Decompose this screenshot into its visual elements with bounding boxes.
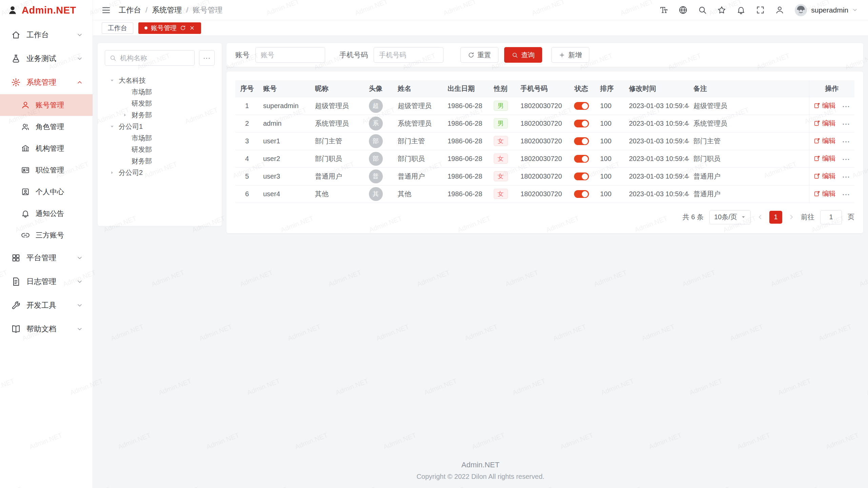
user-menu[interactable]: superadmin [794,4,858,17]
tree-node[interactable]: 大名科技 [105,75,215,86]
language-icon[interactable] [678,5,688,15]
cell-remark: 超级管理员 [689,97,809,115]
sidebar-item-thirdparty[interactable]: 三方账号 [0,224,93,246]
tab-active[interactable]: 账号管理 [138,22,201,34]
cell-actions: 编辑··· [809,167,854,185]
tree-node[interactable]: 财务部 [105,155,215,167]
sidebar-item-business-test[interactable]: 业务测试 [0,47,93,70]
row-more-button[interactable]: ··· [843,138,850,145]
status-toggle[interactable] [574,102,589,110]
account-input[interactable] [260,51,320,59]
sidebar-item-devtools[interactable]: 开发工具 [0,293,93,317]
row-more-button[interactable]: ··· [843,191,850,198]
account-field[interactable] [255,47,325,63]
add-button[interactable]: 新增 [551,47,589,63]
tree-node[interactable]: 市场部 [105,86,215,98]
tree-more-button[interactable]: ··· [199,50,215,66]
tab-item[interactable]: 工作台 [102,22,133,34]
font-size-icon[interactable] [659,5,668,15]
status-toggle[interactable] [574,190,589,198]
org-search-input[interactable] [119,54,190,62]
caret-right-icon[interactable] [122,113,132,118]
profile-icon[interactable] [775,5,784,15]
cell-avatar: 其 [358,185,393,203]
sidebar-item-log[interactable]: 日志管理 [0,270,93,293]
status-toggle[interactable] [574,137,589,145]
logo[interactable]: Admin.NET [0,0,93,20]
cell-actions: 编辑··· [809,150,854,167]
cell-status [567,115,596,132]
link-icon [21,231,30,240]
edit-button[interactable]: 编辑 [814,154,836,163]
edit-button[interactable]: 编辑 [814,101,836,110]
phone-field[interactable] [374,47,443,63]
sidebar-item-profile-center[interactable]: 个人中心 [0,181,93,203]
column-header: 出生日期 [443,80,485,97]
tree-node[interactable]: 研发部 [105,144,215,155]
reset-button[interactable]: 重置 [460,47,498,63]
row-more-button[interactable]: ··· [843,173,850,181]
tree-node[interactable]: 市场部 [105,132,215,144]
edit-button[interactable]: 编辑 [814,136,836,145]
sidebar-item-system[interactable]: 系统管理 [0,70,93,94]
edit-button[interactable]: 编辑 [814,119,836,128]
status-toggle[interactable] [574,120,589,127]
collapse-menu-icon[interactable] [101,5,111,15]
sidebar-item-platform[interactable]: 平台管理 [0,246,93,270]
breadcrumb-item[interactable]: 系统管理 [152,5,182,15]
row-more-button[interactable]: ··· [843,156,850,163]
sidebar-item-help[interactable]: 帮助文档 [0,317,93,341]
breadcrumb-item[interactable]: 账号管理 [193,5,222,15]
sidebar-item-notice[interactable]: 通知公告 [0,203,93,224]
caret-right-icon[interactable] [110,170,119,175]
org-search-field[interactable] [105,50,195,66]
next-page-button[interactable] [788,214,795,221]
column-header: 性别 [485,80,516,97]
tree-node[interactable]: 分公司2 [105,167,215,178]
goto-page-input[interactable] [820,210,842,224]
sidebar-item-workbench[interactable]: 工作台 [0,23,93,47]
gear-icon [11,78,21,87]
fullscreen-icon[interactable] [756,5,765,15]
sidebar-item-position[interactable]: 职位管理 [0,159,93,181]
search-icon[interactable] [698,5,707,15]
status-toggle[interactable] [574,155,589,163]
refresh-tab-icon[interactable] [180,25,186,31]
cell-status [567,167,596,185]
cell-nickname: 普通用户 [311,167,358,185]
column-header: 头像 [358,80,393,97]
tree-node[interactable]: 分公司1 [105,121,215,132]
tree-node[interactable]: 财务部 [105,109,215,121]
row-more-button[interactable]: ··· [843,103,850,110]
row-more-button[interactable]: ··· [843,120,850,128]
query-button[interactable]: 查询 [504,47,542,63]
cell-birthdate: 1986-06-28 [443,132,485,150]
caret-down-icon[interactable] [110,78,119,83]
breadcrumb-item[interactable]: 工作台 [119,5,141,15]
sidebar-item-account[interactable]: 账号管理 [0,94,93,116]
sidebar-item-label: 业务测试 [26,54,71,64]
page-root: Admin.NET 工作台业务测试系统管理账号管理角色管理机构管理职位管理个人中… [0,0,868,488]
page-size-select[interactable]: 10条/页 [709,210,751,224]
chevron-down-icon [76,278,83,285]
close-tab-icon[interactable] [189,25,195,31]
goto-label: 前往 [801,212,814,222]
edit-button[interactable]: 编辑 [814,189,836,198]
cell-index: 1 [235,97,259,115]
sidebar-item-org[interactable]: 机构管理 [0,138,93,159]
tree-node[interactable]: 研发部 [105,98,215,109]
edit-button[interactable]: 编辑 [814,171,836,181]
sidebar-item-role[interactable]: 角色管理 [0,116,93,138]
notification-icon[interactable] [736,5,746,15]
phone-input[interactable] [378,51,439,59]
cell-phone: 18020030720 [516,132,567,150]
column-header: 序号 [235,80,259,97]
status-toggle[interactable] [574,172,589,180]
search-icon [512,52,518,58]
theme-icon[interactable] [717,5,726,15]
sidebar-item-label: 账号管理 [36,100,64,110]
caret-down-icon[interactable] [110,124,119,129]
prev-page-button[interactable] [756,214,764,221]
page-number-button[interactable]: 1 [769,211,782,224]
cell-status [567,97,596,115]
